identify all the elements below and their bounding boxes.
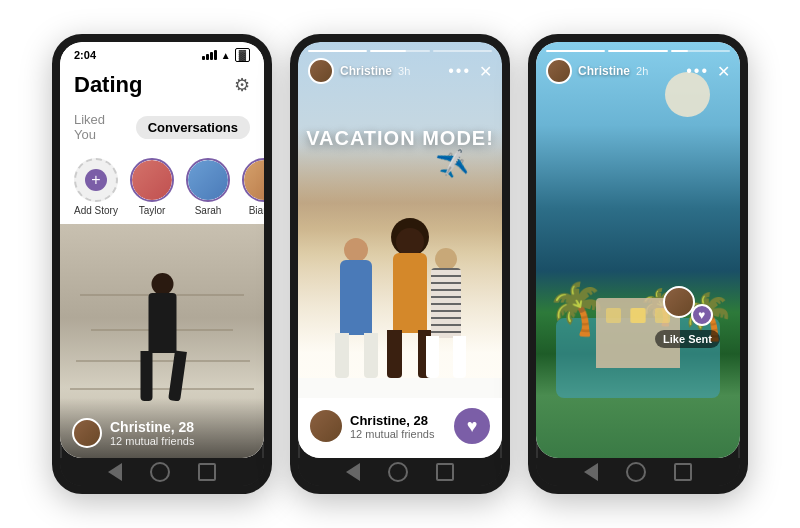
story-time-2: 3h: [398, 65, 410, 77]
story-username-2: Christine: [340, 64, 392, 78]
back-button-2[interactable]: [346, 463, 360, 481]
more-options-icon-3[interactable]: •••: [686, 62, 709, 80]
vacation-mode-text: VACATION MODE!: [306, 127, 494, 149]
taylor-avatar: [130, 158, 174, 202]
story-taylor[interactable]: Taylor: [130, 158, 174, 216]
phone-1: 2:04 ▲ ▓ Dating ⚙ Li: [52, 34, 272, 494]
add-plus-icon: +: [85, 169, 107, 191]
phone-3-shell: 🌴 🌴 🌴: [528, 34, 748, 494]
settings-icon[interactable]: ⚙: [234, 74, 250, 96]
phone-2-shell: VACATION MODE! ✈️: [290, 34, 510, 494]
story-add[interactable]: + Add Story: [74, 158, 118, 216]
card-person-name: Christine, 28: [110, 419, 194, 435]
story-user-info-3: Christine 2h: [546, 58, 648, 84]
tab-conversations[interactable]: Conversations: [136, 116, 250, 139]
sarah-label: Sarah: [195, 205, 222, 216]
card-text: Christine, 28 12 mutual friends: [110, 419, 194, 447]
story-header-3: Christine 2h ••• ✕: [536, 42, 740, 88]
tab-liked-you[interactable]: Liked You: [74, 108, 126, 146]
like-heart-badge: ♥: [691, 304, 713, 326]
tab-row: Liked You Conversations: [60, 104, 264, 154]
vacation-text-area: VACATION MODE!: [298, 127, 502, 150]
profile-card[interactable]: Christine, 28 12 mutual friends: [60, 224, 264, 458]
story-top-row-3: Christine 2h ••• ✕: [546, 58, 730, 84]
progress-bar-1: [308, 50, 367, 52]
taylor-label: Taylor: [139, 205, 166, 216]
bottom-user-info-2: Christine, 28 12 mutual friends: [310, 410, 434, 442]
story-bianca[interactable]: Bianca: [242, 158, 264, 216]
person-3: [421, 248, 471, 378]
progress-bar-2: [370, 50, 429, 52]
stories-row: + Add Story Taylor Sarah: [60, 154, 264, 224]
phone-3-screen: 🌴 🌴 🌴: [536, 42, 740, 458]
story-actions-2: ••• ✕: [448, 62, 492, 81]
progress-bars-2: [308, 50, 492, 52]
back-button-3[interactable]: [584, 463, 598, 481]
story-actions-3: ••• ✕: [686, 62, 730, 81]
app-title: Dating: [74, 72, 142, 98]
add-story-avatar: +: [74, 158, 118, 202]
story-sarah[interactable]: Sarah: [186, 158, 230, 216]
people-photo: [298, 128, 502, 378]
story-avatar-2: [308, 58, 334, 84]
recent-button-2[interactable]: [436, 463, 454, 481]
like-sent-label: Like Sent: [655, 330, 720, 348]
progress-fill-3a: [546, 50, 605, 52]
like-avatar-photo: [663, 286, 695, 318]
sarah-avatar: [186, 158, 230, 202]
progress-fill-1: [308, 50, 367, 52]
signal-icon: [202, 50, 217, 60]
status-icons: ▲ ▓: [202, 48, 250, 62]
story-username-3: Christine: [578, 64, 630, 78]
status-time: 2:04: [74, 49, 96, 61]
close-icon-3[interactable]: ✕: [717, 62, 730, 81]
status-bar-1: 2:04 ▲ ▓: [60, 42, 264, 66]
phone-1-screen: 2:04 ▲ ▓ Dating ⚙ Li: [60, 42, 264, 458]
card-info: Christine, 28 12 mutual friends: [60, 398, 264, 458]
phone-3-nav: [536, 458, 740, 486]
phone-1-nav: [60, 458, 264, 486]
person-1: [329, 238, 384, 378]
story-top-row-2: Christine 3h ••• ✕: [308, 58, 492, 84]
like-avatar-group: ♥: [663, 286, 713, 326]
bottom-name-2: Christine, 28: [350, 413, 434, 428]
phone-3: 🌴 🌴 🌴: [528, 34, 748, 494]
bianca-label: Bianca: [249, 205, 264, 216]
bianca-avatar: [242, 158, 264, 202]
more-options-icon-2[interactable]: •••: [448, 62, 471, 80]
progress-fill-2: [370, 50, 406, 52]
wifi-icon: ▲: [221, 50, 231, 61]
recent-button-3[interactable]: [674, 463, 692, 481]
progress-bar-3c: [671, 50, 730, 52]
bottom-text-2: Christine, 28 12 mutual friends: [350, 413, 434, 440]
bottom-mutual-2: 12 mutual friends: [350, 428, 434, 440]
card-mutual-friends: 12 mutual friends: [110, 435, 194, 447]
like-sent-bubble: ♥ Like Sent: [655, 286, 720, 348]
home-button-3[interactable]: [626, 462, 646, 482]
card-mini-avatar: [72, 418, 102, 448]
progress-bars-3: [546, 50, 730, 52]
progress-bar-3b: [608, 50, 667, 52]
bottom-avatar-2: [310, 410, 342, 442]
progress-bar-3: [433, 50, 492, 52]
story-time-3: 2h: [636, 65, 648, 77]
home-button-1[interactable]: [150, 462, 170, 482]
phone-2: VACATION MODE! ✈️: [290, 34, 510, 494]
add-story-label: Add Story: [74, 205, 118, 216]
story-bottom-card-2: Christine, 28 12 mutual friends ♥: [298, 398, 502, 458]
battery-icon: ▓: [235, 48, 250, 62]
story-user-info-2: Christine 3h: [308, 58, 410, 84]
phone-2-screen: VACATION MODE! ✈️: [298, 42, 502, 458]
phone-2-nav: [298, 458, 502, 486]
home-button-2[interactable]: [388, 462, 408, 482]
phone-1-shell: 2:04 ▲ ▓ Dating ⚙ Li: [52, 34, 272, 494]
recent-button-1[interactable]: [198, 463, 216, 481]
progress-fill-3b: [608, 50, 667, 52]
person-silhouette: [135, 273, 190, 403]
back-button-1[interactable]: [108, 463, 122, 481]
story-header-2: Christine 3h ••• ✕: [298, 42, 502, 88]
like-button-2[interactable]: ♥: [454, 408, 490, 444]
progress-bar-3a: [546, 50, 605, 52]
app-header: Dating ⚙: [60, 66, 264, 104]
close-icon-2[interactable]: ✕: [479, 62, 492, 81]
